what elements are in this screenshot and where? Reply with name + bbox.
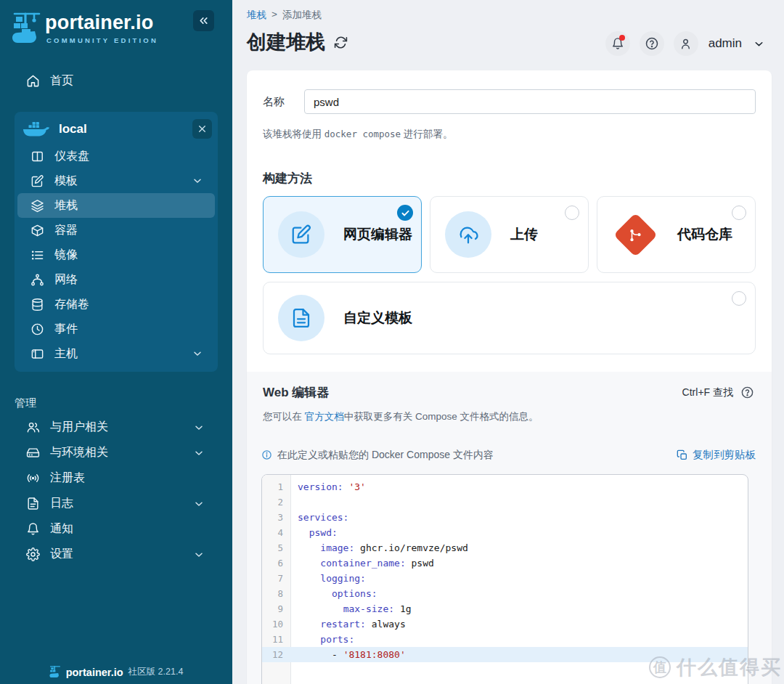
code-text[interactable]: ports: xyxy=(291,632,748,647)
code-text[interactable]: version: '3' xyxy=(291,479,748,494)
code-text[interactable]: image: ghcr.io/remvze/pswd xyxy=(291,540,748,555)
chevron-down-icon[interactable] xyxy=(192,175,203,187)
docker-whale-icon xyxy=(22,118,49,140)
chevron-down-icon[interactable] xyxy=(193,549,205,561)
radio-unselected[interactable] xyxy=(732,205,746,220)
code-editor[interactable]: 1version: '3'23services:4 pswd:5 image: … xyxy=(261,474,748,684)
notification-badge xyxy=(619,35,625,41)
line-number[interactable]: 10 xyxy=(262,616,291,632)
breadcrumb-stacks-link[interactable]: 堆栈 xyxy=(247,9,266,22)
line-number[interactable]: 2 xyxy=(262,494,291,510)
line-number[interactable]: 3 xyxy=(262,510,291,525)
code-text[interactable]: - '8181:8080' xyxy=(291,647,748,662)
code-text[interactable]: services: xyxy=(291,510,748,525)
radio-unselected[interactable] xyxy=(732,291,746,306)
sidebar-item[interactable]: 与用户相关 xyxy=(0,415,232,440)
box-icon xyxy=(30,224,44,237)
sidebar-item[interactable]: 堆栈 xyxy=(17,193,215,218)
environment-header[interactable]: local xyxy=(15,112,218,144)
docker-compose-code: docker compose xyxy=(324,129,401,139)
file-text-icon xyxy=(26,497,40,510)
build-method-label: 代码仓库 xyxy=(677,225,732,244)
build-method-card[interactable]: 网页编辑器 xyxy=(263,196,422,273)
chevron-down-icon[interactable] xyxy=(193,447,205,459)
build-method-options: 网页编辑器上传代码仓库 xyxy=(263,196,756,273)
line-number[interactable]: 7 xyxy=(262,571,291,586)
sidebar-item[interactable]: 镜像 xyxy=(17,243,215,267)
sidebar-item-label: 仪表盘 xyxy=(54,149,89,164)
refresh-button[interactable] xyxy=(334,36,348,52)
radio-unselected[interactable] xyxy=(565,205,579,220)
code-text[interactable]: container_name: pswd xyxy=(291,555,748,571)
build-method-card[interactable]: 自定义模板 xyxy=(263,282,756,354)
line-number[interactable]: 5 xyxy=(262,540,291,555)
build-method-card[interactable]: 上传 xyxy=(430,196,589,273)
code-text[interactable]: logging: xyxy=(291,571,748,586)
breadcrumb: 堆栈 > 添加堆栈 xyxy=(247,9,322,22)
chevron-down-icon[interactable] xyxy=(193,498,205,510)
bell-icon xyxy=(26,522,40,536)
build-method-wide-option: 自定义模板 xyxy=(263,282,756,354)
official-docs-link[interactable]: 官方文档 xyxy=(305,411,344,422)
sidebar-item[interactable]: 主机 xyxy=(17,341,215,366)
chevron-down-icon[interactable] xyxy=(193,422,205,433)
build-method-card[interactable]: 代码仓库 xyxy=(597,196,756,273)
sidebar-item[interactable]: 设置 xyxy=(0,542,232,567)
environment-close-button[interactable] xyxy=(192,119,212,139)
line-number[interactable]: 6 xyxy=(262,555,291,571)
sidebar-item[interactable]: 容器 xyxy=(17,218,215,243)
page-title: 创建堆栈 xyxy=(247,29,325,55)
name-input[interactable] xyxy=(304,89,756,114)
upload-cloud-icon xyxy=(445,211,491,258)
editor-info-text: 在此定义或粘贴您的 Docker Compose 文件内容 xyxy=(277,449,494,462)
code-text[interactable]: max-size: 1g xyxy=(291,601,748,616)
question-circle-icon[interactable] xyxy=(740,386,754,399)
code-line: 10 restart: always xyxy=(262,616,748,632)
sidebar-item[interactable]: 存储卷 xyxy=(17,292,215,317)
environment-nav: 仪表盘模板堆栈容器镜像网络存储卷事件主机 xyxy=(15,144,218,366)
file-text-icon xyxy=(278,295,324,341)
chevron-down-icon[interactable] xyxy=(753,38,765,50)
sidebar-item[interactable]: 网络 xyxy=(17,267,215,292)
line-number[interactable]: 11 xyxy=(262,632,291,647)
sidebar-item[interactable]: 注册表 xyxy=(0,465,232,491)
sidebar-item[interactable]: 通知 xyxy=(0,516,232,542)
sidebar-item[interactable]: 模板 xyxy=(17,168,215,193)
header-actions: admin xyxy=(605,31,765,56)
copy-to-clipboard-button[interactable]: 复制到剪贴板 xyxy=(677,448,756,462)
sidebar-item[interactable]: 与环境相关 xyxy=(0,440,232,465)
sidebar-item[interactable]: 日志 xyxy=(0,491,232,516)
sidebar-header: portainer.io COMMUNITY EDITION xyxy=(0,0,232,55)
user-menu-button[interactable] xyxy=(674,31,698,56)
username: admin xyxy=(709,36,742,51)
help-button[interactable] xyxy=(640,31,664,56)
clock-icon xyxy=(30,322,44,336)
sidebar-item-label: 设置 xyxy=(50,547,73,562)
line-number[interactable]: 1 xyxy=(262,479,291,494)
code-text[interactable] xyxy=(291,494,748,510)
sidebar-item-home[interactable]: 首页 xyxy=(0,68,232,93)
sidebar-item-label: 注册表 xyxy=(50,471,85,486)
server-icon xyxy=(30,347,44,361)
code-text[interactable]: options: xyxy=(291,586,748,601)
admin-section-label: 管理 xyxy=(15,396,232,410)
web-editor-header: Web 编辑器 Ctrl+F 查找 xyxy=(261,384,756,401)
chevron-down-icon[interactable] xyxy=(192,348,203,359)
sidebar-item-label: 与环境相关 xyxy=(50,445,108,460)
edit-icon xyxy=(30,174,44,188)
sidebar-item-label: 模板 xyxy=(54,174,78,189)
code-text[interactable]: restart: always xyxy=(291,616,748,632)
code-text[interactable]: pswd: xyxy=(291,525,748,540)
notifications-button[interactable] xyxy=(605,31,630,56)
sidebar-item[interactable]: 仪表盘 xyxy=(17,144,215,168)
sidebar-item[interactable]: 事件 xyxy=(17,317,215,341)
line-number[interactable]: 4 xyxy=(262,525,291,540)
code-line: 2 xyxy=(262,494,748,510)
sidebar-collapse-button[interactable] xyxy=(193,10,214,31)
line-number[interactable]: 12 xyxy=(262,647,291,662)
selected-check-icon[interactable] xyxy=(397,205,413,221)
brand-title: portainer.io xyxy=(45,12,153,34)
line-number[interactable]: 9 xyxy=(262,601,291,616)
copy-icon xyxy=(677,449,688,461)
line-number[interactable]: 8 xyxy=(262,586,291,601)
